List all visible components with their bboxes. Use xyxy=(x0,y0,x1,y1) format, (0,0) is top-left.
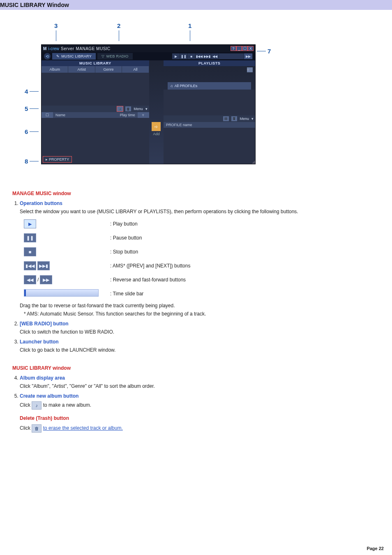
launcher-back-button[interactable]: ⟲ xyxy=(44,53,51,60)
profile-list-header: PROFILE name xyxy=(164,122,255,128)
library-menu[interactable]: Menu xyxy=(134,107,143,111)
numbered-list: Operation buttons Select the window you … xyxy=(12,200,380,353)
list-sort-dropdown[interactable]: ▿ xyxy=(138,112,149,118)
play-icon: ▶ xyxy=(24,219,36,228)
callout-8: 8 xyxy=(25,158,39,165)
stop-icon: ■ xyxy=(24,247,36,256)
launcher-body: Click to go back to the LAUNCHER window. xyxy=(20,347,380,353)
sort-by-album[interactable]: Album xyxy=(42,66,68,73)
name-column[interactable]: Name xyxy=(53,112,108,118)
minimize-button[interactable]: _ xyxy=(236,46,242,51)
profile-name-column[interactable]: PROFILE name xyxy=(164,122,255,128)
rewind-icon: ◀◀ xyxy=(24,275,36,284)
play-button[interactable]: ▶ xyxy=(172,53,180,59)
all-profiles-item[interactable]: ♫ All PROFILEs xyxy=(168,82,251,90)
filter-icon: ▽ xyxy=(101,54,104,58)
screenshot-figure: 3 2 1 4 5 6 8 7 M i-crew Server MANAGE M… xyxy=(25,22,288,174)
playlists-dropdown[interactable]: ▿ xyxy=(247,67,253,72)
prev-icon: ▮◀◀ xyxy=(24,261,36,270)
tab-music-library[interactable]: ✎ MUSIC LIBRARY xyxy=(52,53,96,60)
add-to-playlist-button[interactable]: ➪ xyxy=(152,122,161,131)
delete-trash-button[interactable]: 🗑 xyxy=(125,106,131,111)
app-brand: i-crew xyxy=(48,46,59,51)
erase-link[interactable]: to erase the selected track or album. xyxy=(43,425,123,431)
app-logo: M xyxy=(43,46,46,51)
numbered-list-2: Album display area Click "Album", "Artis… xyxy=(12,375,380,433)
item-web-radio: [WEB RADIO] button xyxy=(20,321,69,327)
rewind-button[interactable]: ◀◀ xyxy=(211,53,219,59)
playtime-column[interactable]: Play time xyxy=(108,112,138,118)
separator: / xyxy=(37,277,39,283)
album-display-area[interactable] xyxy=(42,73,149,106)
next-icon: ▶▶▮ xyxy=(37,261,50,270)
heading-manage-music: MANAGE MUSIC window xyxy=(12,191,380,196)
trash-icon: 🗑 xyxy=(233,117,236,120)
checkbox-column[interactable]: ☐ xyxy=(42,112,53,118)
back-icon: ⟲ xyxy=(46,54,49,59)
create-album-body: Click ♪ to make a new album. xyxy=(20,401,380,410)
chevron-down-icon: ▿ xyxy=(247,67,249,72)
delete-playlist-button[interactable]: 🗑 xyxy=(231,116,237,121)
trash-icon: 🗑 xyxy=(127,107,130,111)
profiles-icon: ♫ xyxy=(170,84,173,88)
playlists-toolbar: ▤ 🗑 Menu ▾ xyxy=(164,115,255,122)
callout-3: 3 xyxy=(54,22,58,41)
expand-icon: ▸ xyxy=(46,157,48,161)
callout-4: 4 xyxy=(25,88,39,95)
callout-5: 5 xyxy=(25,105,39,112)
album-sort-row: Album Artist Genre All xyxy=(42,66,149,73)
arrow-right-icon: ➪ xyxy=(154,124,158,129)
next-button[interactable]: ▶▶▮ xyxy=(203,53,211,59)
property-button[interactable]: ▸ PROPERTY xyxy=(43,157,71,162)
pencil-icon: ✎ xyxy=(56,54,60,58)
delete-body: Click 🗑 to erase the selected track or a… xyxy=(20,424,380,433)
music-library-panel: MUSIC LIBRARY Album Artist Genre All ♪ 🗑… xyxy=(42,60,149,164)
time-slide-bar[interactable] xyxy=(219,53,244,59)
sort-by-artist[interactable]: Artist xyxy=(68,66,95,73)
button-description-table: ▶ : Play button ❚❚ : Pause button ■ : St… xyxy=(24,217,194,300)
ams-footnote: * AMS: Automatic Music Sensor. This func… xyxy=(24,311,380,317)
stop-button[interactable]: ■ xyxy=(188,53,196,59)
resize-handle[interactable]: ◢ xyxy=(252,159,255,164)
desc-revff: : Reverse and fast-forward buttons xyxy=(110,273,194,287)
fastforward-icon: ▶▶ xyxy=(40,275,52,284)
chevron-down-icon: ▾ xyxy=(251,117,254,121)
create-album-button[interactable]: ♪ xyxy=(117,106,123,111)
app-title-server: Server xyxy=(61,46,74,51)
web-radio-body: Click to switch the function to WEB RADI… xyxy=(20,329,380,335)
new-album-icon: ♪ xyxy=(32,401,42,410)
callout-2: 2 xyxy=(117,22,120,41)
heading-music-library: MUSIC LIBRARY window xyxy=(12,365,380,371)
desc-play: : Play button xyxy=(110,217,194,231)
playlists-area[interactable] xyxy=(164,90,255,115)
item-launcher: Launcher button xyxy=(20,339,59,345)
sort-by-genre[interactable]: Genre xyxy=(95,66,122,73)
create-playlist-button[interactable]: ▤ xyxy=(223,116,229,121)
maximize-button[interactable]: ☐ xyxy=(242,46,248,51)
desc-ams: : AMS* ([PREV] and [NEXT]) buttons xyxy=(110,259,194,273)
desc-time: : Time slide bar xyxy=(110,287,194,300)
fastforward-button[interactable]: ▶▶ xyxy=(244,53,253,59)
titlebar: M i-crew Server MANAGE MUSIC ? _ ☐ X xyxy=(42,45,255,52)
playlists-header: PLAYLISTS xyxy=(164,60,255,66)
list-icon: ▤ xyxy=(224,117,228,120)
pause-button[interactable]: ❚❚ xyxy=(180,53,188,59)
sort-by-all[interactable]: All xyxy=(122,66,149,73)
library-toolbar: ♪ 🗑 Menu ▾ xyxy=(42,106,149,112)
tabbar: ⟲ ✎ MUSIC LIBRARY ▽ WEB RADIO ▶ ❚❚ ■ ▮◀◀… xyxy=(42,52,255,60)
callout-6: 6 xyxy=(25,128,39,135)
prev-button[interactable]: ▮◀◀ xyxy=(196,53,203,59)
callout-1: 1 xyxy=(188,22,191,41)
add-to-playlist-column: ➪ Add xyxy=(149,60,164,164)
playlists-menu[interactable]: Menu xyxy=(240,117,249,121)
album-display-body: Click "Album", "Artist", "Genre" or "All… xyxy=(20,383,380,389)
tab-web-radio[interactable]: ▽ WEB RADIO xyxy=(97,53,133,60)
close-button[interactable]: X xyxy=(248,46,254,51)
transport-controls: ▶ ❚❚ ■ ▮◀◀ ▶▶▮ ◀◀ ▶▶ xyxy=(172,53,253,59)
callout-7: 7 xyxy=(257,48,271,55)
profile-list-area[interactable] xyxy=(164,128,255,164)
help-button[interactable]: ? xyxy=(231,46,236,51)
app-title-section: MANAGE MUSIC xyxy=(76,46,110,51)
pause-icon: ❚❚ xyxy=(24,233,36,242)
page-header: MUSIC LIBRARY Window xyxy=(0,0,392,10)
